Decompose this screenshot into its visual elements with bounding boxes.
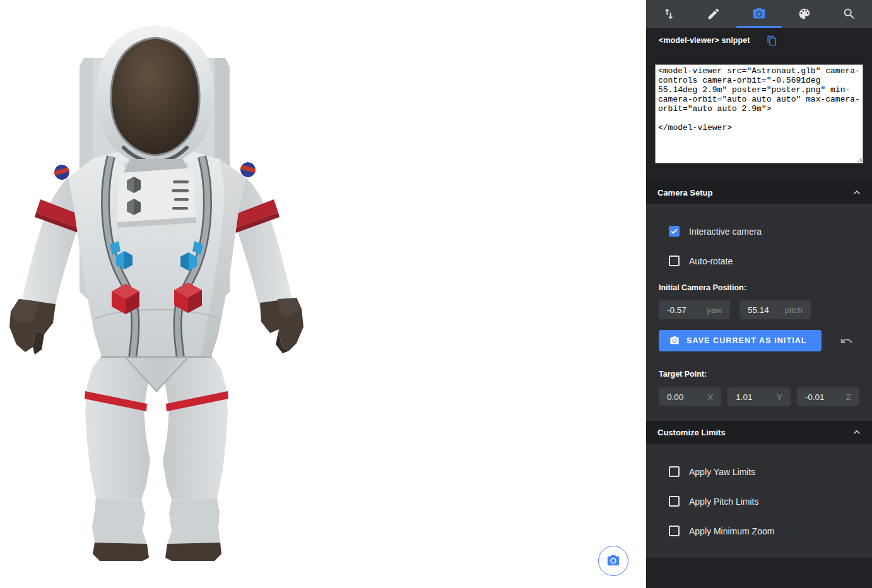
tab-materials[interactable] <box>782 0 827 28</box>
target-z-input[interactable]: -0.01 Z <box>797 387 859 406</box>
astronaut-model <box>0 0 328 588</box>
apply-pitch-limits-row[interactable]: Apply Pitch Limits <box>659 496 859 507</box>
undo-button[interactable] <box>840 334 853 348</box>
camera-icon <box>669 336 680 346</box>
edit-icon <box>707 7 721 21</box>
search-icon <box>842 7 856 21</box>
apply-pitch-limits-checkbox[interactable] <box>669 496 680 507</box>
target-point-label: Target Point: <box>659 370 859 379</box>
apply-yaw-limits-checkbox[interactable] <box>669 466 680 477</box>
snippet-title: <model-viewer> snippet <box>659 36 750 45</box>
customize-limits-section: Apply Yaw Limits Apply Pitch Limits Appl… <box>646 444 872 558</box>
import-export-icon <box>662 7 676 21</box>
save-current-as-initial-button[interactable]: SAVE CURRENT AS INITIAL <box>659 330 822 351</box>
interactive-camera-row[interactable]: Interactive camera <box>659 226 859 237</box>
astronaut-boots <box>92 498 221 561</box>
target-y-value: 1.01 <box>736 392 752 402</box>
save-button-label: SAVE CURRENT AS INITIAL <box>686 336 807 345</box>
chevron-up-icon <box>851 426 863 438</box>
yaw-unit: yaw <box>707 305 722 315</box>
target-z-unit: Z <box>846 392 851 402</box>
target-y-input[interactable]: 1.01 Y <box>728 387 790 406</box>
customize-limits-title: Customize Limits <box>657 428 726 437</box>
target-y-unit: Y <box>777 392 782 402</box>
astronaut-legs <box>85 356 228 500</box>
initial-camera-position-label: Initial Camera Position: <box>659 283 859 292</box>
target-z-value: -0.01 <box>805 392 825 402</box>
interactive-camera-label: Interactive camera <box>689 226 762 237</box>
palette-icon <box>798 7 811 21</box>
customize-limits-header[interactable]: Customize Limits <box>646 421 872 444</box>
pitch-unit: pitch <box>784 305 803 315</box>
auto-rotate-label: Auto-rotate <box>689 256 733 266</box>
camera-setup-collapse-button[interactable] <box>851 186 863 199</box>
undo-icon <box>840 334 853 348</box>
camera-icon <box>752 7 766 21</box>
apply-yaw-limits-label: Apply Yaw Limits <box>689 467 755 477</box>
camera-icon <box>606 554 620 568</box>
target-x-value: 0.00 <box>667 392 683 402</box>
editor-panel: <model-viewer> snippet <model-viewer src… <box>646 0 872 588</box>
tab-import-export[interactable] <box>646 0 692 28</box>
copy-snippet-button[interactable] <box>767 35 777 46</box>
pitch-input[interactable]: 55.14 pitch <box>739 300 811 319</box>
astronaut-chest-panel <box>117 168 196 228</box>
tab-inspector[interactable] <box>827 0 872 28</box>
snippet-code-textarea[interactable]: <model-viewer src="Astronaut.glb" camera… <box>655 64 863 163</box>
copy-icon <box>767 35 777 46</box>
apply-minimum-zoom-checkbox[interactable] <box>669 526 680 536</box>
snippet-section: <model-viewer> snippet <model-viewer src… <box>646 28 872 181</box>
yaw-value: -0.57 <box>667 305 686 315</box>
apply-minimum-zoom-row[interactable]: Apply Minimum Zoom <box>659 526 859 536</box>
customize-limits-collapse-button[interactable] <box>851 426 863 438</box>
panel-filler <box>646 558 872 588</box>
target-x-input[interactable]: 0.00 X <box>659 387 721 406</box>
target-x-unit: X <box>707 392 713 402</box>
camera-setup-title: Camera Setup <box>657 188 712 197</box>
apply-pitch-limits-label: Apply Pitch Limits <box>689 497 758 507</box>
tab-edit[interactable] <box>692 0 737 28</box>
chevron-up-icon <box>851 186 863 199</box>
pitch-value: 55.14 <box>748 305 769 315</box>
camera-setup-section: Interactive camera Auto-rotate Initial C… <box>646 204 872 421</box>
capture-poster-button[interactable] <box>598 546 628 576</box>
interactive-camera-checkbox[interactable] <box>669 226 680 237</box>
yaw-input[interactable]: -0.57 yaw <box>659 300 730 319</box>
camera-setup-header[interactable]: Camera Setup <box>646 181 872 204</box>
model-viewport[interactable] <box>0 0 646 588</box>
auto-rotate-checkbox[interactable] <box>669 256 680 266</box>
tabbar <box>646 0 872 28</box>
apply-minimum-zoom-label: Apply Minimum Zoom <box>689 526 774 536</box>
auto-rotate-row[interactable]: Auto-rotate <box>659 256 859 266</box>
apply-yaw-limits-row[interactable]: Apply Yaw Limits <box>659 466 859 477</box>
tab-camera[interactable] <box>736 0 782 28</box>
check-icon <box>670 227 678 235</box>
app: <model-viewer> snippet <model-viewer src… <box>0 0 872 588</box>
